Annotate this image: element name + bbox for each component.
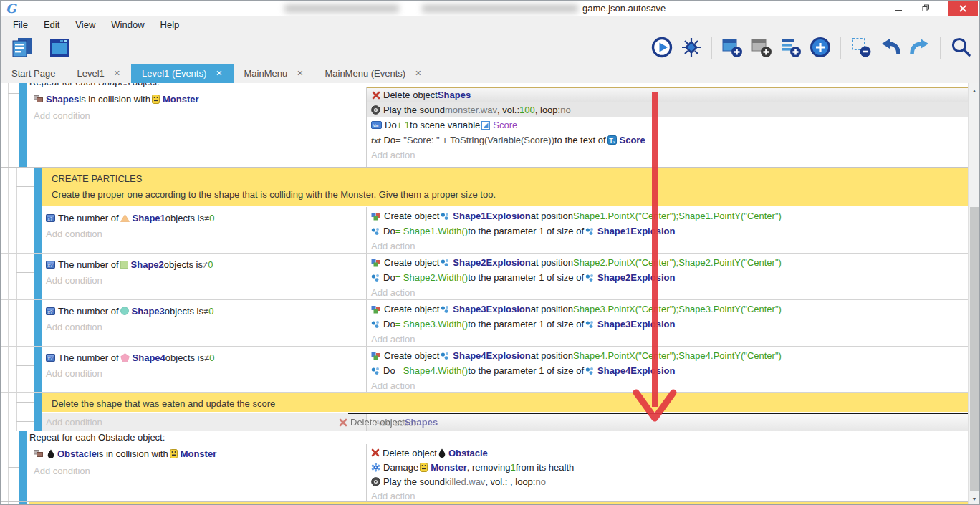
action-row[interactable]: Create object Shape3Explosion at positio… (367, 302, 969, 317)
comment-block-partial[interactable] (1, 502, 969, 505)
text-segment: Shape3Explosion (453, 304, 530, 314)
action-row[interactable]: Create object Shape2Explosion at positio… (367, 255, 969, 270)
text-segment: to the text of (554, 135, 606, 145)
add-condition-button[interactable]: Add condition (29, 463, 366, 478)
action-row[interactable]: Delete object Obstacle (367, 446, 969, 460)
minimize-button[interactable] (888, 1, 909, 16)
dragged-action-ghost: Delete object Shapes (335, 415, 438, 430)
action-row[interactable]: Do = Shape1.Width() to the parameter 1 o… (367, 223, 969, 239)
menu-help[interactable]: Help (153, 19, 188, 30)
add-action-button[interactable]: Add action (367, 332, 969, 346)
drag-drop-row[interactable]: Add conditionAdd actionDelete object Sha… (1, 413, 969, 431)
toolbar-scene-editor-button[interactable] (47, 34, 72, 62)
action-row[interactable]: Create object Shape4Explosion at positio… (367, 348, 969, 363)
toolbar-add-comment-button[interactable] (778, 34, 804, 62)
toolbar-undo-button[interactable] (878, 34, 903, 62)
add-action-button[interactable]: Add action (367, 148, 969, 162)
action-row[interactable]: Damage Monster, removing 1 from its heal… (367, 460, 969, 474)
action-row[interactable]: txtDo = "Score: " + ToString(Variable(Sc… (367, 133, 969, 148)
scroll-up-button[interactable]: ▲ (969, 85, 980, 95)
action-row[interactable]: VarDo + 1 to scene variable Score (367, 117, 969, 133)
conditions-cell: Obstacle is in collision with MonsterAdd… (29, 444, 366, 501)
toolbar-add-subevent-button[interactable] (749, 34, 774, 62)
particle-icon (371, 367, 380, 375)
actions-cell: Create object Shape2Explosion at positio… (366, 254, 969, 299)
actions-cell: Create object Shape1Explosion at positio… (366, 207, 969, 253)
event-block[interactable]: x?The number of Shape1 objects is ≠ 0Add… (1, 207, 969, 254)
toolbar-remove-event-button[interactable] (848, 34, 874, 62)
close-icon[interactable]: ✕ (216, 69, 222, 78)
event-block[interactable]: x?The number of Shape2 objects is ≠ 0Add… (1, 254, 969, 300)
close-button[interactable] (948, 1, 978, 16)
toolbar-add-plus-button[interactable] (807, 34, 833, 62)
action-row[interactable]: Delete object Shapes (367, 87, 969, 102)
tab-label: MainMenu (244, 68, 288, 79)
event-block[interactable]: Repeat for each Shapes object:Shapes is … (1, 83, 969, 168)
add-action-button[interactable]: Add action (367, 378, 969, 393)
condition-row[interactable]: x?The number of Shape3 objects is ≠ 0 (42, 304, 366, 318)
tab-level1-events-[interactable]: Level1 (Events)✕ (131, 64, 234, 83)
add-action-button[interactable]: Add action (367, 239, 969, 253)
tab-label: Level1 (Events) (142, 68, 206, 79)
condition-row[interactable]: Shapes is in collision with Monster (29, 92, 366, 106)
toolbar-redo-button[interactable] (907, 34, 933, 62)
action-row[interactable]: Do = Shape3.Width() to the parameter 1 o… (367, 317, 969, 332)
condition-row[interactable]: x?The number of Shape2 objects is ≠ 0 (42, 257, 366, 271)
comment-text[interactable]: CREATE PARTICLESCreate the proper one ac… (42, 168, 969, 206)
menu-view[interactable]: View (67, 19, 103, 30)
scroll-down-button[interactable]: ▼ (969, 494, 980, 504)
toolbar-add-event-button[interactable] (719, 34, 745, 62)
add-action-button[interactable]: Add action (367, 489, 969, 503)
tab-mainmenu[interactable]: MainMenu✕ (234, 64, 314, 83)
action-row[interactable]: Play the sound killed.wav, vol.: , loop:… (367, 474, 969, 489)
menu-window[interactable]: Window (103, 19, 152, 30)
event-block[interactable]: x?The number of Shape4 objects is ≠ 0Add… (1, 347, 969, 393)
svg-text:x?: x? (47, 263, 52, 268)
text-segment: Create object (384, 257, 439, 268)
titlebar: G game.json.autosave (1, 1, 979, 16)
add-condition-button[interactable]: Add condition (42, 273, 366, 287)
menu-edit[interactable]: Edit (36, 19, 67, 30)
action-row[interactable]: Do = Shape2.Width() to the parameter 1 o… (367, 270, 969, 285)
indent-guide-tick (16, 365, 34, 366)
scrollbar[interactable]: ▲ ▼ (968, 83, 979, 505)
indent-guide-line (8, 207, 9, 253)
tab-level1[interactable]: Level1✕ (66, 64, 131, 83)
close-icon[interactable]: ✕ (415, 69, 421, 78)
action-row[interactable]: Play the sound monster.wav, vol.: 100, l… (367, 102, 969, 117)
add-condition-button[interactable]: Add condition (42, 415, 366, 429)
add-action-button[interactable]: Add action (367, 285, 969, 299)
toolbar-project-manager-button[interactable] (9, 34, 35, 62)
action-row[interactable]: Create object Shape1Explosion at positio… (367, 208, 969, 223)
conditions-cell: x?The number of Shape3 objects is ≠ 0Add… (42, 300, 366, 346)
condition-row[interactable]: Obstacle is in collision with Monster (29, 446, 366, 461)
add-condition-button[interactable]: Add condition (42, 226, 366, 241)
comment-block[interactable]: Delete the shape that was eaten and upda… (1, 393, 969, 413)
add-subevent-icon (751, 37, 772, 60)
text-segment: Shape3Explosion (597, 319, 675, 330)
close-icon[interactable]: ✕ (114, 69, 120, 78)
menu-file[interactable]: File (5, 19, 36, 30)
tab-mainmenu-events-[interactable]: MainMenu (Events)✕ (314, 64, 432, 83)
toolbar-search-button[interactable] (948, 34, 974, 62)
restore-button[interactable] (914, 1, 937, 16)
event-indent-bar (19, 83, 27, 167)
event-block[interactable]: Repeat for each Obstacle object:Obstacle… (1, 431, 969, 502)
action-row[interactable]: Do = Shape4.Width() to the parameter 1 o… (367, 363, 969, 378)
add-condition-button[interactable]: Add condition (42, 366, 366, 380)
add-condition-button[interactable]: Add condition (29, 108, 366, 122)
toolbar-debug-button[interactable] (678, 34, 704, 62)
condition-row[interactable]: x?The number of Shape4 objects is ≠ 0 (42, 350, 366, 365)
close-icon[interactable]: ✕ (297, 69, 303, 78)
add-condition-button[interactable]: Add condition (42, 319, 366, 334)
comment-block[interactable]: CREATE PARTICLESCreate the proper one ac… (1, 168, 969, 207)
event-header-text[interactable]: Repeat for each Obstacle object: (1, 431, 969, 444)
tab-start-page[interactable]: Start Page (1, 64, 66, 83)
toolbar-play-button[interactable] (649, 34, 675, 62)
text-segment: Score (493, 120, 517, 130)
triangle-icon (120, 214, 130, 222)
comment-text[interactable]: Delete the shape that was eaten and upda… (42, 393, 969, 412)
event-block[interactable]: x?The number of Shape3 objects is ≠ 0Add… (1, 300, 969, 347)
condition-row[interactable]: x?The number of Shape1 objects is ≠ 0 (42, 211, 366, 225)
scroll-thumb[interactable] (970, 207, 979, 491)
